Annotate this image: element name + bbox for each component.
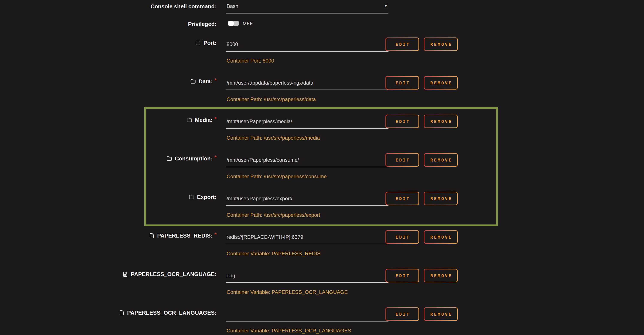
remove-button[interactable]: REMOVE: [424, 115, 458, 128]
field-label-cell: PAPERLESS_OCR_LANGUAGES: *: [0, 309, 216, 317]
field-input[interactable]: [226, 309, 388, 322]
edit-button[interactable]: EDIT: [386, 269, 419, 282]
config-row: Media: * /mnt/user/Paperpless/media/ EDI…: [0, 116, 644, 154]
config-row: Consumption: * /mnt/user/Paperpless/cons…: [0, 154, 644, 193]
field-label-cell: PAPERLESS_OCR_LANGUAGE: *: [0, 270, 216, 279]
file-text-icon: [119, 310, 124, 316]
remove-button-label: REMOVE: [424, 192, 457, 205]
remove-button-label: REMOVE: [424, 77, 457, 89]
dropdown-caret-icon: ▼: [384, 4, 388, 8]
field-input[interactable]: /mnt/user/appdata/paperless-ngx/data: [226, 77, 388, 90]
field-value: eng: [226, 273, 235, 279]
config-row: PAPERLESS_OCR_LANGUAGES: * EDIT REMOVE C…: [0, 309, 644, 335]
helper-text: Container Variable: PAPERLESS_OCR_LANGUA…: [226, 328, 351, 334]
helper-text: Container Variable: PAPERLESS_OCR_LANGUA…: [226, 289, 348, 295]
field-label: Export:: [197, 194, 216, 201]
edit-button-label: EDIT: [386, 115, 418, 127]
required-asterisk: *: [214, 232, 216, 238]
remove-button-label: REMOVE: [424, 308, 457, 320]
required-asterisk: *: [214, 154, 216, 161]
minus-square-icon: [195, 40, 201, 46]
field-input[interactable]: eng: [226, 270, 388, 283]
remove-button[interactable]: REMOVE: [424, 153, 458, 167]
edit-button-label: EDIT: [386, 270, 418, 282]
helper-text: Container Port: 8000: [226, 58, 274, 64]
config-row: PAPERLESS_REDIS: * redis://[REPLACE-WITH…: [0, 231, 644, 270]
config-row: Port: * 8000 EDIT REMOVE Container Port:…: [0, 38, 644, 77]
edit-button[interactable]: EDIT: [386, 192, 419, 205]
remove-button-label: REMOVE: [424, 154, 457, 166]
folder-icon: [166, 156, 172, 161]
field-input[interactable]: /mnt/user/Paperpless/consume/: [226, 154, 388, 167]
remove-button[interactable]: REMOVE: [424, 76, 458, 89]
edit-button[interactable]: EDIT: [386, 76, 419, 89]
field-label: PAPERLESS_OCR_LANGUAGE:: [131, 271, 216, 278]
edit-button[interactable]: EDIT: [386, 37, 419, 51]
console-shell-command-value: Bash: [226, 3, 238, 9]
field-value: 8000: [226, 41, 238, 47]
field-input[interactable]: 8000: [226, 38, 388, 52]
edit-button-label: EDIT: [386, 308, 418, 320]
remove-button-label: REMOVE: [424, 270, 457, 282]
remove-button-label: REMOVE: [424, 231, 457, 243]
folder-icon: [187, 117, 192, 123]
edit-button-label: EDIT: [386, 38, 418, 50]
helper-text: Container Path: /usr/src/paperless/expor…: [226, 212, 320, 218]
field-input[interactable]: redis://[REPLACE-WITH-IP]:6379: [226, 231, 388, 244]
helper-text: Container Path: /usr/src/paperless/data: [226, 96, 316, 102]
helper-text: Container Path: /usr/src/paperless/media: [226, 135, 320, 141]
remove-button[interactable]: REMOVE: [424, 269, 458, 282]
field-label-cell: Consumption: *: [0, 154, 216, 163]
privileged-row: Privileged: OFF: [0, 20, 644, 33]
field-input[interactable]: /mnt/user/Paperpless/export/: [226, 193, 388, 206]
edit-button[interactable]: EDIT: [386, 230, 419, 244]
privileged-toggle[interactable]: [228, 21, 239, 26]
field-value: /mnt/user/Paperpless/consume/: [226, 157, 299, 163]
remove-button[interactable]: REMOVE: [424, 192, 458, 205]
field-label: Port:: [204, 40, 216, 46]
console-shell-command-select[interactable]: Bash ▼: [226, 0, 388, 13]
field-label: PAPERLESS_REDIS:: [157, 232, 212, 239]
remove-button[interactable]: REMOVE: [424, 307, 458, 321]
field-input[interactable]: /mnt/user/Paperpless/media/: [226, 116, 388, 129]
edit-button-label: EDIT: [386, 154, 418, 166]
console-shell-command-label-cell: Console shell command:: [0, 2, 216, 11]
docker-container-settings-page: Console shell command: Bash ▼ Privileged…: [0, 0, 644, 335]
privileged-label-cell: Privileged:: [0, 20, 216, 28]
field-label: Data:: [198, 78, 212, 85]
file-text-icon: [149, 233, 154, 238]
field-value: /mnt/user/Paperpless/export/: [226, 196, 292, 202]
edit-button-label: EDIT: [386, 77, 418, 89]
toggle-knob: [228, 21, 234, 26]
remove-button-label: REMOVE: [424, 38, 457, 50]
console-shell-command-label: Console shell command:: [150, 3, 216, 10]
field-value: /mnt/user/Paperpless/media/: [226, 118, 292, 124]
edit-button[interactable]: EDIT: [386, 115, 419, 128]
field-label-cell: Media: *: [0, 116, 216, 124]
field-label-cell: Port: *: [0, 38, 216, 47]
folder-icon: [189, 195, 194, 200]
field-label-cell: PAPERLESS_REDIS: *: [0, 231, 216, 240]
required-asterisk: *: [214, 77, 216, 83]
remove-button[interactable]: REMOVE: [424, 37, 458, 51]
config-row: Data: * /mnt/user/appdata/paperless-ngx/…: [0, 77, 644, 116]
field-label: PAPERLESS_OCR_LANGUAGES:: [127, 310, 216, 316]
remove-button[interactable]: REMOVE: [424, 230, 458, 244]
field-label: Media:: [195, 117, 212, 123]
required-asterisk: *: [214, 116, 216, 122]
helper-text: Container Path: /usr/src/paperless/consu…: [226, 174, 327, 180]
field-label-cell: Export: *: [0, 193, 216, 201]
edit-button[interactable]: EDIT: [386, 153, 419, 167]
privileged-state-label: OFF: [243, 21, 254, 26]
folder-icon: [190, 79, 196, 84]
field-label-cell: Data: *: [0, 77, 216, 86]
field-label: Consumption:: [175, 155, 212, 162]
field-value: /mnt/user/appdata/paperless-ngx/data: [226, 80, 313, 86]
file-text-icon: [123, 272, 128, 277]
privileged-label: Privileged:: [188, 21, 216, 27]
edit-button-label: EDIT: [386, 231, 418, 243]
config-row: Export: * /mnt/user/Paperpless/export/ E…: [0, 193, 644, 231]
edit-button-label: EDIT: [386, 192, 418, 205]
remove-button-label: REMOVE: [424, 115, 457, 127]
edit-button[interactable]: EDIT: [386, 307, 419, 321]
